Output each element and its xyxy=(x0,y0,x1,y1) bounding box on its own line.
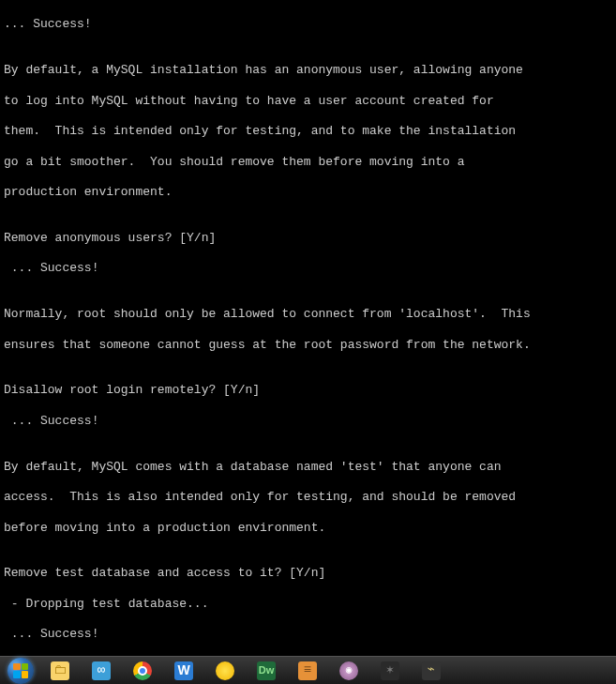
taskbar-item-app-yellow[interactable] xyxy=(206,659,244,683)
app-blue-icon: ∞ xyxy=(92,661,111,680)
word-icon: W xyxy=(174,661,193,680)
taskbar-item-word[interactable]: W xyxy=(165,659,203,683)
putty-icon: ⌁ xyxy=(422,661,441,680)
taskbar-item-app-globe[interactable]: ◉ xyxy=(330,659,368,683)
output-line: By default, a MySQL installation has an … xyxy=(4,63,612,78)
output-line: to log into MySQL without having to have… xyxy=(4,94,612,109)
taskbar: 🗀 ∞ W Dw ≡ ◉ ✶ ⌁ xyxy=(0,656,616,684)
output-line: go a bit smoother. You should remove the… xyxy=(4,155,612,170)
output-line: Disallow root login remotely? [Y/n] xyxy=(4,383,612,398)
output-line: - Dropping test database... xyxy=(4,597,612,612)
taskbar-item-app-dark[interactable]: ✶ xyxy=(371,659,409,683)
output-line: ... Success! xyxy=(4,414,612,429)
taskbar-item-app-blue[interactable]: ∞ xyxy=(83,659,120,683)
globe-icon: ◉ xyxy=(339,661,358,680)
folder-icon: 🗀 xyxy=(51,661,69,680)
taskbar-item-putty[interactable]: ⌁ xyxy=(413,659,450,683)
output-line: production environment. xyxy=(4,185,612,200)
output-line: Remove anonymous users? [Y/n] xyxy=(4,231,612,246)
output-line: ensures that someone cannot guess at the… xyxy=(4,338,612,353)
taskbar-item-dreamweaver[interactable]: Dw xyxy=(248,659,285,683)
chrome-icon xyxy=(133,661,152,680)
taskbar-item-chrome[interactable] xyxy=(124,659,161,683)
output-line: ... Success! xyxy=(4,627,612,642)
output-line: By default, MySQL comes with a database … xyxy=(4,460,612,475)
output-line: Normally, root should only be allowed to… xyxy=(4,307,612,322)
app-yellow-icon xyxy=(216,661,234,680)
terminal-output[interactable]: ... Success! By default, a MySQL install… xyxy=(0,0,616,684)
output-line: ... Success! xyxy=(4,261,612,276)
taskbar-item-app-orange[interactable]: ≡ xyxy=(289,659,326,683)
start-button[interactable] xyxy=(2,657,39,685)
output-line: ... Success! xyxy=(4,17,612,32)
output-line: Remove test database and access to it? [… xyxy=(4,566,612,581)
output-line: before moving into a production environm… xyxy=(4,521,612,536)
output-line: access. This is also intended only for t… xyxy=(4,490,612,505)
app-dark-icon: ✶ xyxy=(381,661,399,680)
output-line: them. This is intended only for testing,… xyxy=(4,124,612,139)
dreamweaver-icon: Dw xyxy=(257,661,276,680)
taskbar-item-explorer[interactable]: 🗀 xyxy=(41,659,79,683)
app-orange-icon: ≡ xyxy=(298,661,317,680)
windows-orb-icon xyxy=(8,658,34,684)
